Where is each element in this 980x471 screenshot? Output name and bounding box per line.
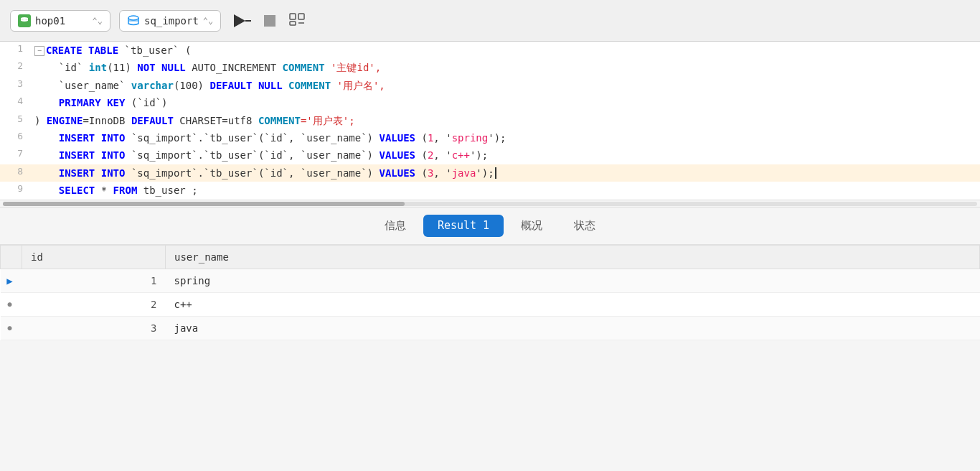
schema-icon	[127, 14, 140, 27]
run-button[interactable]	[230, 11, 255, 30]
line-content[interactable]: INSERT INTO `sq_import`.`tb_user`(`id`, …	[29, 129, 980, 146]
db-icon	[18, 14, 31, 27]
editor-area: 1−CREATE TABLE `tb_user` (2 `id` int(11)…	[0, 42, 980, 200]
code-token: , '	[433, 149, 451, 161]
line-number: 5	[0, 112, 29, 129]
svg-point-0	[128, 16, 138, 20]
line-number: 3	[0, 77, 29, 94]
code-token: VALUES	[379, 149, 415, 161]
code-token: spring	[452, 132, 489, 144]
cell-user-name: c++	[166, 292, 980, 316]
code-token	[283, 80, 288, 91]
code-token: COMMENT	[283, 62, 325, 73]
code-token: )	[34, 115, 47, 126]
code-token: PRIMARY KEY	[59, 97, 126, 108]
schema-name-label: sq_import	[144, 15, 199, 27]
code-token: int	[89, 62, 107, 73]
code-token: (`id`)	[125, 97, 167, 108]
line-content[interactable]: `user_name` varchar(100) DEFAULT NULL CO…	[29, 77, 980, 94]
line-number: 2	[0, 59, 29, 76]
code-token: ');	[470, 149, 488, 161]
code-token	[83, 45, 88, 56]
code-token: `tb_user` (	[118, 45, 191, 56]
cell-id: 3	[22, 316, 166, 340]
db-selector-arrow: ⌃⌄	[93, 16, 103, 26]
db-name-label: hop01	[35, 15, 65, 27]
code-token: VALUES	[379, 167, 415, 179]
code-token: DEFAULT	[131, 115, 174, 126]
tab-item[interactable]: 信息	[370, 215, 420, 237]
cell-user-name: spring	[166, 269, 980, 292]
code-token	[95, 132, 100, 144]
code-token: ='用户表';	[301, 115, 355, 126]
code-token: (	[415, 149, 428, 161]
line-content[interactable]: INSERT INTO `sq_import`.`tb_user`(`id`, …	[29, 164, 980, 182]
code-table: 1−CREATE TABLE `tb_user` (2 `id` int(11)…	[0, 42, 980, 200]
schema-selector[interactable]: sq_import ⌃⌄	[119, 10, 221, 32]
code-token: `user_name`	[34, 80, 131, 91]
svg-rect-3	[298, 14, 304, 19]
line-number: 8	[0, 164, 29, 182]
table-row[interactable]: ▶1spring	[1, 269, 980, 292]
line-content[interactable]: ) ENGINE=InnoDB DEFAULT CHARSET=utf8 COM…	[29, 112, 980, 129]
code-token: INTO	[101, 149, 126, 161]
code-token	[34, 167, 59, 179]
horizontal-scrollbar[interactable]	[0, 200, 980, 207]
line-number: 6	[0, 129, 29, 146]
line-number: 7	[0, 146, 29, 164]
line-content[interactable]: SELECT * FROM tb_user ;	[29, 182, 980, 199]
db-selector[interactable]: hop01 ⌃⌄	[10, 10, 110, 32]
line-content[interactable]: PRIMARY KEY (`id`)	[29, 94, 980, 111]
code-token: FROM	[113, 185, 138, 196]
run-arrow-line-icon	[245, 20, 251, 22]
line-number: 1	[0, 42, 29, 59]
code-token: varchar	[131, 80, 174, 91]
row-indicator: ▶	[1, 269, 22, 292]
code-token: ');	[476, 167, 494, 179]
code-token: '主键id',	[325, 62, 382, 73]
scrollbar-track	[3, 202, 977, 206]
stop-button[interactable]	[264, 15, 275, 27]
code-token: (11)	[107, 62, 137, 73]
table-row[interactable]: ●2c++	[1, 292, 980, 316]
row-indicator: ●	[1, 292, 22, 316]
table-row[interactable]: ●3java	[1, 316, 980, 340]
code-token: COMMENT	[288, 80, 331, 91]
code-token: ');	[488, 132, 506, 144]
cell-user-name: java	[166, 316, 980, 340]
code-token	[34, 132, 59, 144]
svg-rect-4	[290, 22, 296, 25]
line-content[interactable]: INSERT INTO `sq_import`.`tb_user`(`id`, …	[29, 146, 980, 164]
line-content[interactable]: `id` int(11) NOT NULL AUTO_INCREMENT COM…	[29, 59, 980, 76]
code-token	[252, 80, 258, 91]
code-token: COMMENT	[258, 115, 301, 126]
code-token: `id`	[34, 62, 89, 73]
code-token: *	[95, 185, 113, 196]
tab-item[interactable]: 状态	[560, 215, 610, 237]
line-content[interactable]: −CREATE TABLE `tb_user` (	[29, 42, 980, 59]
column-header: id	[22, 245, 166, 269]
col-indicator-header	[1, 245, 22, 269]
line-number: 9	[0, 182, 29, 199]
code-token: `sq_import`.`tb_user`(`id`, `user_name`)	[125, 132, 379, 144]
code-token	[34, 185, 59, 196]
fold-icon[interactable]: −	[34, 46, 44, 56]
cell-id: 1	[22, 269, 166, 292]
code-token: INTO	[101, 167, 126, 179]
code-token: (100)	[174, 80, 210, 91]
tab-item[interactable]: 概况	[507, 215, 557, 237]
code-token: DEFAULT	[209, 80, 252, 91]
code-token: NULL	[258, 80, 283, 91]
tabs-area: 信息Result 1概况状态	[0, 207, 980, 245]
code-token: VALUES	[379, 132, 415, 144]
code-token: tb_user ;	[137, 185, 197, 196]
code-token: INSERT	[59, 132, 95, 144]
code-token: CREATE	[46, 45, 83, 56]
code-token: AUTO_INCREMENT	[186, 62, 283, 73]
code-token: INSERT	[59, 149, 95, 161]
code-token: SELECT	[59, 185, 95, 196]
tab-item[interactable]: Result 1	[423, 215, 504, 237]
format-button[interactable]	[284, 8, 310, 34]
code-token	[95, 149, 100, 161]
code-token: NOT NULL	[137, 62, 185, 73]
